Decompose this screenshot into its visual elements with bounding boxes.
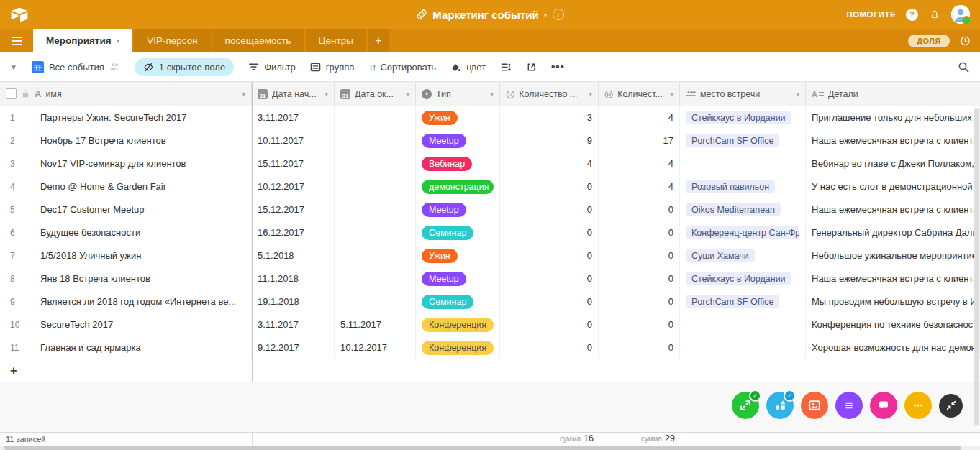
- table-row[interactable]: 6Будущее безопасности16.12.2017Семинар00…: [0, 221, 980, 244]
- column-menu-icon[interactable]: ▾: [406, 91, 409, 98]
- cell-name[interactable]: Главная и сад ярмарка: [35, 336, 252, 359]
- tab-tsentry[interactable]: Центры: [306, 29, 366, 52]
- color-button[interactable]: цвет: [450, 62, 486, 73]
- column-menu-icon[interactable]: ▾: [796, 91, 799, 98]
- share-button[interactable]: ДОЛЯ: [908, 35, 950, 47]
- cell-end-date[interactable]: [335, 175, 416, 198]
- cell-quantity-2[interactable]: 0: [599, 336, 680, 359]
- cell-name[interactable]: Является ли 2018 год годом «Интернета ве…: [35, 290, 252, 313]
- cell-end-date[interactable]: [335, 221, 416, 244]
- avatar[interactable]: [951, 5, 970, 24]
- cell-details[interactable]: Конференция по технике безопасности: [806, 313, 980, 336]
- cell-type[interactable]: Ужин: [416, 244, 500, 267]
- cell-quantity-2[interactable]: 0: [599, 290, 680, 313]
- cell-start-date[interactable]: 3.11.2017: [252, 106, 335, 129]
- cell-end-date[interactable]: [335, 290, 416, 313]
- cell-venue[interactable]: Конференц-центр Сан-Фра: [680, 221, 806, 244]
- cell-end-date[interactable]: 5.11.2017: [335, 313, 416, 336]
- tab-poseshchaemost[interactable]: посещаемость: [212, 29, 304, 52]
- help-icon[interactable]: ?: [906, 9, 918, 21]
- cell-end-date[interactable]: [335, 267, 416, 290]
- venue-tag[interactable]: Конференц-центр Сан-Фра: [686, 226, 799, 239]
- cell-details[interactable]: Наша ежемесячная встреча с клиентам: [806, 198, 980, 221]
- column-header-1[interactable]: 31Дата нач...▾: [252, 82, 335, 106]
- chevron-down-icon[interactable]: ▾: [117, 37, 120, 45]
- cell-end-date[interactable]: [335, 198, 416, 221]
- cell-quantity-2[interactable]: 0: [599, 267, 680, 290]
- cell-start-date[interactable]: 16.12.2017: [252, 221, 335, 244]
- add-table-button[interactable]: +: [368, 29, 389, 52]
- cell-name[interactable]: Будущее безопасности: [35, 221, 252, 244]
- column-menu-icon[interactable]: ▾: [325, 91, 328, 98]
- cell-name[interactable]: Партнеры Ужин: SecureTech 2017: [35, 106, 252, 129]
- cell-quantity-2[interactable]: 0: [599, 313, 680, 336]
- cell-details[interactable]: Небольшое ужинальное мероприятие,: [806, 244, 980, 267]
- views-sidebar-toggle-icon[interactable]: ▼: [10, 63, 17, 71]
- cell-quantity-1[interactable]: 0: [500, 244, 599, 267]
- cell-details[interactable]: У нас есть слот в демонстрационной зо: [806, 175, 980, 198]
- sort-button[interactable]: ↓↑ Сортировать: [368, 62, 436, 73]
- cell-quantity-1[interactable]: 0: [500, 313, 599, 336]
- current-view[interactable]: Все события: [32, 61, 120, 73]
- cell-end-date[interactable]: [335, 152, 416, 175]
- cell-venue[interactable]: [680, 152, 806, 175]
- table-row[interactable]: 4Demo @ Home & Garden Fair10.12.2017демо…: [0, 175, 980, 198]
- row-height-button[interactable]: [500, 62, 512, 73]
- cell-quantity-2[interactable]: 0: [599, 221, 680, 244]
- cell-venue[interactable]: Oikos Mediterranean: [680, 198, 806, 221]
- chat-button[interactable]: [870, 392, 897, 419]
- hidden-fields-button[interactable]: 1 скрытое поле: [135, 58, 234, 76]
- hamburger-menu-icon[interactable]: [0, 29, 33, 52]
- table-row[interactable]: 5Dec17 Customer Meetup15.12.2017Meetup00…: [0, 198, 980, 221]
- cell-type[interactable]: Конференция: [416, 336, 500, 359]
- cell-details[interactable]: Хорошая возможность для нас демонс: [806, 336, 980, 359]
- column-header-7[interactable]: AДетали: [806, 82, 980, 106]
- cell-end-date[interactable]: [335, 129, 416, 152]
- share-view-button[interactable]: [526, 62, 537, 73]
- cell-type[interactable]: Семинар: [416, 290, 500, 313]
- column-header-name[interactable]: Aимя▾: [0, 82, 252, 106]
- cell-quantity-1[interactable]: 3: [500, 106, 599, 129]
- cell-start-date[interactable]: 19.1.2018: [252, 290, 335, 313]
- horizontal-scrollbar-thumb[interactable]: [4, 446, 961, 450]
- column-menu-icon[interactable]: ▾: [490, 91, 494, 98]
- cell-type[interactable]: Семинар: [416, 221, 500, 244]
- add-row[interactable]: +: [0, 359, 980, 382]
- cell-quantity-1[interactable]: 0: [500, 336, 599, 359]
- column-header-2[interactable]: 31Дата ок...▾: [335, 82, 416, 106]
- cell-start-date[interactable]: 10.11.2017: [252, 129, 335, 152]
- tab-meropriyatiya[interactable]: Мероприятия ▾: [33, 29, 132, 52]
- cell-start-date[interactable]: 15.11.2017: [252, 152, 335, 175]
- cell-venue[interactable]: Стейкхаус в Иордании: [680, 106, 806, 129]
- table-row[interactable]: 3Nov17 VIP-семинар для клиентов15.11.201…: [0, 152, 980, 175]
- table-row[interactable]: 71/5/2018 Уличный ужин5.1.2018Ужин00Суши…: [0, 244, 980, 267]
- column-header-4[interactable]: ◎Количество ...▾: [500, 82, 599, 106]
- cell-venue[interactable]: PorchCam SF Office: [680, 290, 806, 313]
- venue-tag[interactable]: Стейкхаус в Иордании: [686, 272, 791, 285]
- table-row[interactable]: 2Ноябрь 17 Встреча клиентов10.11.2017Mee…: [0, 129, 980, 152]
- cell-type[interactable]: Meetup: [416, 129, 500, 152]
- cell-type[interactable]: Ужин: [416, 106, 500, 129]
- search-button[interactable]: [958, 61, 970, 73]
- cell-venue[interactable]: [680, 336, 806, 359]
- cell-details[interactable]: Мы проводим небольшую встречу в И: [806, 290, 980, 313]
- collapse-button[interactable]: [939, 394, 963, 418]
- cell-quantity-1[interactable]: 4: [500, 152, 599, 175]
- cell-quantity-2[interactable]: 17: [599, 129, 680, 152]
- cell-start-date[interactable]: 15.12.2017: [252, 198, 335, 221]
- expand-button[interactable]: ✓: [732, 392, 759, 419]
- cell-end-date[interactable]: [335, 106, 416, 129]
- column-menu-icon[interactable]: ▾: [670, 91, 673, 98]
- cell-end-date[interactable]: 10.12.2017: [335, 336, 416, 359]
- cell-quantity-1[interactable]: 0: [500, 267, 599, 290]
- cell-start-date[interactable]: 5.1.2018: [252, 244, 335, 267]
- menu-button[interactable]: [835, 392, 863, 419]
- cell-type[interactable]: Вебинар: [416, 152, 500, 175]
- cell-name[interactable]: 1/5/2018 Уличный ужин: [35, 244, 252, 267]
- info-icon[interactable]: i: [553, 9, 564, 20]
- cell-name[interactable]: Dec17 Customer Meetup: [35, 198, 252, 221]
- cell-details[interactable]: Вебинар во главе с Джеки Поллаком, п: [806, 152, 980, 175]
- table-row[interactable]: 1Партнеры Ужин: SecureTech 20173.11.2017…: [0, 106, 980, 129]
- column-menu-icon[interactable]: ▾: [589, 91, 592, 98]
- cell-details[interactable]: Приглашение только для небольших гр: [806, 106, 980, 129]
